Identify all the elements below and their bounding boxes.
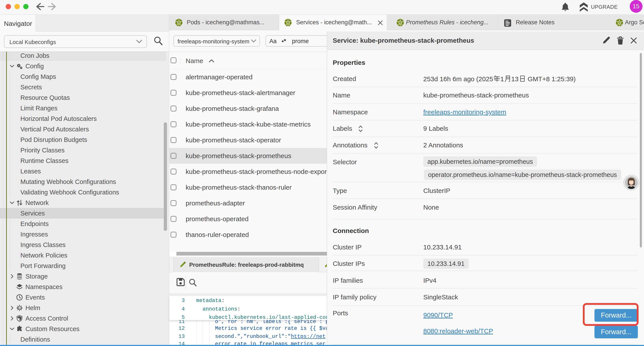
svg-text:HELM: HELM: [17, 307, 22, 309]
